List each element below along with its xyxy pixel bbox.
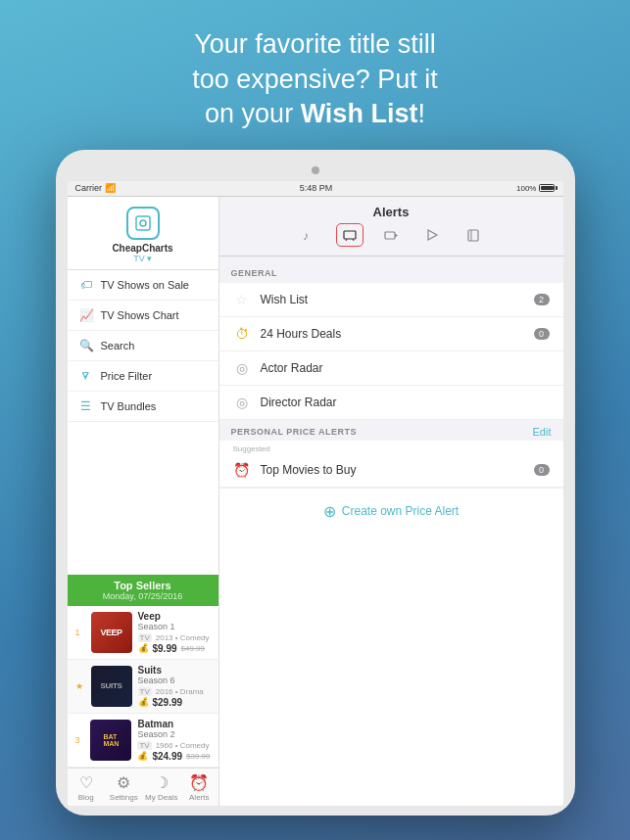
alerts-tabs: ♪ [219, 219, 563, 252]
nav-alerts[interactable]: ⏰ Alerts [180, 769, 218, 806]
tab-tv[interactable] [336, 223, 363, 247]
svg-rect-0 [136, 216, 150, 230]
sidebar-item-tv-shows-sale[interactable]: 🏷 TV Shows on Sale [68, 270, 218, 301]
sidebar-label-search: Search [101, 340, 135, 351]
my-deals-icon: ☽ [155, 773, 169, 792]
nav-alerts-label: Alerts [189, 793, 209, 802]
seller-info-veep: Veep Season 1 TV 2013 • Comedy 💰 $9.99 $… [138, 611, 211, 654]
director-radar-icon: ◎ [233, 395, 251, 410]
price-icon-suits: 💰 [138, 697, 149, 707]
alert-row-wish-list[interactable]: ☆ Wish List 2 [219, 283, 563, 317]
seller-season-veep: Season 1 [138, 622, 211, 631]
top-sellers-title: Top Sellers [68, 580, 218, 591]
personal-section-label: PERSONAL PRICE ALERTS [231, 427, 358, 437]
seller-price-veep: $9.99 [153, 643, 177, 654]
seller-thumb-suits: SUITS [91, 666, 132, 707]
app-name: CheapCharts [112, 243, 172, 254]
sidebar-label-price-filter: Price Filter [101, 370, 153, 382]
suggested-label: Suggested [219, 441, 563, 453]
seller-rank-2: ★ [75, 681, 85, 691]
seller-year-veep: TV [138, 633, 152, 642]
seller-info-suits: Suits Season 6 TV 2016 • Drama 💰 $29.99 [138, 665, 211, 708]
seller-item-veep[interactable]: 1 VEEP Veep Season 1 TV 2013 • Comedy [68, 606, 218, 660]
price-icon-veep: 💰 [138, 643, 149, 653]
sidebar-item-tv-bundles[interactable]: ☰ TV Bundles [68, 392, 218, 422]
seller-year-suits: TV [138, 687, 152, 696]
alert-row-actor-radar[interactable]: ◎ Actor Radar [219, 351, 563, 386]
filter-icon: ⛛ [79, 369, 93, 383]
tag-icon: 🏷 [79, 278, 93, 292]
battery-label: 100% [516, 184, 536, 193]
blog-icon: ♡ [79, 773, 93, 792]
top-movies-label: Top Movies to Buy [261, 463, 524, 477]
alerts-header: Alerts ♪ [219, 197, 563, 257]
svg-marker-8 [428, 230, 437, 240]
svg-rect-6 [385, 232, 395, 239]
nav-my-deals-label: My Deals [145, 793, 177, 802]
seller-price-batman: $24.99 [152, 751, 182, 762]
deals-badge: 0 [534, 328, 550, 340]
tagline: Your favorite title still too expensive?… [138, 0, 492, 150]
sidebar-label-tv-bundles: TV Bundles [101, 400, 157, 412]
price-icon-batman: 💰 [137, 751, 148, 761]
tablet-camera [312, 166, 319, 174]
nav-blog[interactable]: ♡ Blog [68, 769, 106, 806]
top-movies-icon: ⏰ [233, 462, 251, 478]
svg-text:♪: ♪ [303, 229, 309, 242]
tab-music[interactable]: ♪ [295, 223, 322, 247]
seller-title-batman: Batman [137, 719, 210, 729]
tab-movie[interactable] [377, 223, 405, 247]
bottom-nav: ♡ Blog ⚙ Settings ☽ My Deals ⏰ Alerts [68, 768, 218, 806]
seller-orig-price-batman: $39.99 [186, 752, 210, 761]
seller-genre-veep: 2013 • Comedy [156, 633, 210, 642]
carrier-label: Carrier [75, 183, 103, 193]
tab-podcast[interactable] [418, 223, 446, 247]
sidebar: CheapCharts TV ▾ 🏷 TV Shows on Sale 📈 TV… [68, 197, 219, 806]
wish-list-icon: ☆ [233, 292, 251, 307]
alerts-body: GENERAL ☆ Wish List 2 ⏱ 24 Hours Deals 0 [219, 257, 563, 806]
tablet-screen: Carrier 📶 5:48 PM 100% [68, 181, 563, 806]
seller-thumb-batman: BATMAN [90, 720, 131, 761]
seller-item-suits[interactable]: ★ SUITS Suits Season 6 TV 2016 • Drama [68, 660, 218, 714]
seller-title-suits: Suits [138, 665, 211, 676]
svg-rect-9 [468, 230, 478, 241]
alert-row-director-radar[interactable]: ◎ Director Radar [219, 386, 563, 420]
seller-title-veep: Veep [138, 611, 211, 622]
sidebar-nav: 🏷 TV Shows on Sale 📈 TV Shows Chart 🔍 Se… [68, 270, 218, 575]
tab-book[interactable] [460, 223, 487, 247]
create-alert-label: Create own Price Alert [342, 504, 459, 518]
sidebar-item-search[interactable]: 🔍 Search [68, 331, 218, 361]
seller-season-batman: Season 2 [137, 729, 210, 739]
seller-rank-1: 1 [75, 628, 85, 637]
edit-button[interactable]: Edit [533, 426, 552, 438]
nav-my-deals[interactable]: ☽ My Deals [143, 769, 181, 806]
chart-icon: 📈 [79, 308, 93, 322]
search-icon: 🔍 [79, 339, 93, 352]
sidebar-header: CheapCharts TV ▾ [68, 197, 218, 270]
seller-orig-price-veep: $49.99 [181, 644, 205, 653]
seller-thumb-veep: VEEP [91, 612, 132, 653]
deals-icon: ⏱ [233, 326, 251, 342]
seller-info-batman: Batman Season 2 TV 1966 • Comedy 💰 $24.9… [137, 719, 210, 762]
status-bar: Carrier 📶 5:48 PM 100% [68, 181, 563, 197]
seller-year-batman: TV [137, 741, 151, 750]
deals-label: 24 Hours Deals [261, 327, 524, 341]
seller-price-suits: $29.99 [153, 697, 183, 708]
wish-list-label: Wish List [261, 293, 524, 306]
sidebar-item-tv-shows-chart[interactable]: 📈 TV Shows Chart [68, 301, 218, 331]
create-alert-row[interactable]: ⊕ Create own Price Alert [219, 488, 563, 535]
wifi-icon: 📶 [105, 183, 116, 193]
top-sellers-header: Top Sellers Monday, 07/25/2016 [68, 575, 218, 606]
sidebar-category: TV ▾ [133, 254, 152, 263]
sidebar-item-price-filter[interactable]: ⛛ Price Filter [68, 361, 218, 392]
alerts-icon: ⏰ [189, 773, 209, 792]
alert-row-top-movies[interactable]: ⏰ Top Movies to Buy 0 [219, 453, 563, 488]
nav-settings[interactable]: ⚙ Settings [105, 769, 143, 806]
seller-season-suits: Season 6 [138, 676, 211, 685]
alert-row-24h-deals[interactable]: ⏱ 24 Hours Deals 0 [219, 317, 563, 351]
tablet: Carrier 📶 5:48 PM 100% [56, 150, 575, 816]
bundles-icon: ☰ [79, 399, 93, 413]
seller-item-batman[interactable]: 3 BATMAN Batman Season 2 TV 1966 • Comed [68, 714, 218, 768]
svg-marker-7 [395, 233, 398, 237]
battery-icon [539, 184, 555, 192]
